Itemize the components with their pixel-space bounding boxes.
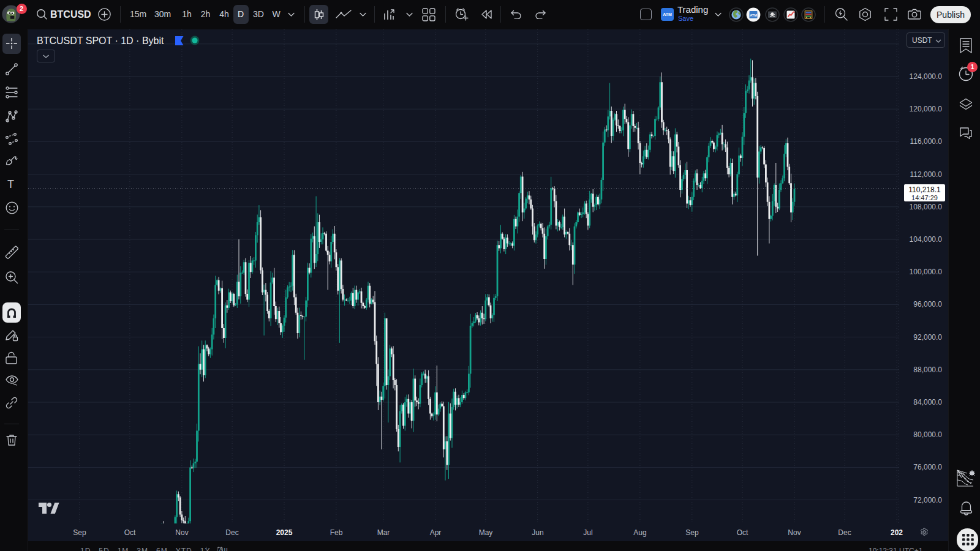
svg-text:ATM: ATM: [750, 13, 757, 17]
